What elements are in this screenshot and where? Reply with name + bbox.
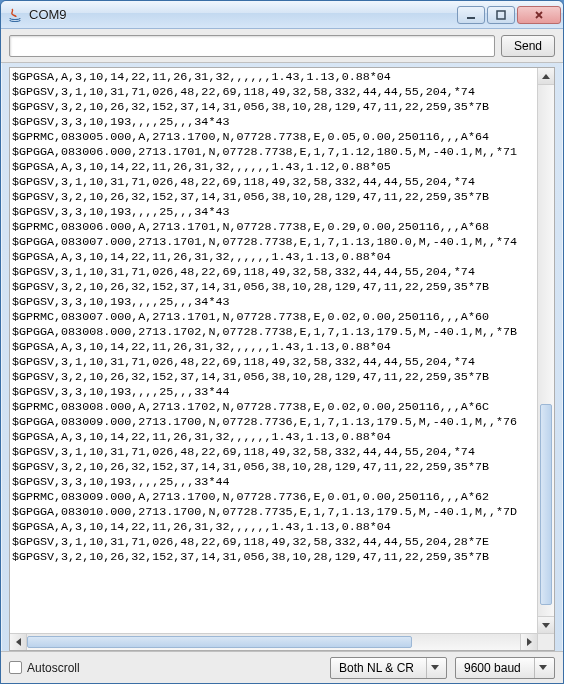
send-toolbar: Send [1, 29, 563, 63]
window-title: COM9 [29, 7, 457, 22]
terminal-line: $GPGSV,3,1,10,31,71,026,48,22,69,118,49,… [12, 445, 554, 460]
terminal-line: $GPGGA,083009.000,2713.1700,N,07728.7736… [12, 415, 554, 430]
svg-rect-1 [497, 11, 505, 19]
hscroll-thumb[interactable] [27, 636, 412, 648]
scroll-down-icon[interactable] [538, 616, 554, 633]
terminal-line: $GPGSV,3,2,10,26,32,152,37,14,31,056,38,… [12, 460, 554, 475]
scroll-right-icon[interactable] [520, 634, 537, 650]
terminal-line: $GPGSV,3,2,10,26,32,152,37,14,31,056,38,… [12, 550, 554, 565]
maximize-button[interactable] [487, 6, 515, 24]
java-icon [7, 7, 23, 23]
send-button[interactable]: Send [501, 35, 555, 57]
terminal-line: $GPGSV,3,2,10,26,32,152,37,14,31,056,38,… [12, 190, 554, 205]
terminal-line: $GPGSV,3,2,10,26,32,152,37,14,31,056,38,… [12, 280, 554, 295]
terminal-line: $GPGSV,3,1,10,31,71,026,48,22,69,118,49,… [12, 85, 554, 100]
terminal-area: $GPGSA,A,3,10,14,22,11,26,31,32,,,,,,1.4… [9, 67, 555, 651]
terminal-line: $GPRMC,083007.000,A,2713.1701,N,07728.77… [12, 310, 554, 325]
terminal-line: $GPGSV,3,3,10,193,,,,25,,,34*43 [12, 205, 554, 220]
chevron-down-icon [426, 658, 442, 678]
baud-value: 9600 baud [464, 661, 521, 675]
scroll-up-icon[interactable] [538, 68, 554, 85]
terminal-line: $GPGSV,3,2,10,26,32,152,37,14,31,056,38,… [12, 370, 554, 385]
terminal-line: $GPGSA,A,3,10,14,22,11,26,31,32,,,,,,1.4… [12, 160, 554, 175]
terminal-line: $GPGSV,3,3,10,193,,,,25,,,33*44 [12, 475, 554, 490]
serial-monitor-window: COM9 Send $GPGSA,A,3,10,14,22,11,26,31,3… [0, 0, 564, 684]
terminal-line: $GPGGA,083010.000,2713.1700,N,07728.7735… [12, 505, 554, 520]
terminal-line: $GPGSV,3,3,10,193,,,,25,,,34*43 [12, 295, 554, 310]
terminal-line: $GPGGA,083007.000,2713.1701,N,07728.7738… [12, 235, 554, 250]
checkbox-icon [9, 661, 22, 674]
line-ending-value: Both NL & CR [339, 661, 414, 675]
autoscroll-checkbox[interactable]: Autoscroll [9, 661, 80, 675]
line-ending-dropdown[interactable]: Both NL & CR [330, 657, 447, 679]
scroll-left-icon[interactable] [10, 634, 27, 650]
titlebar[interactable]: COM9 [1, 1, 563, 29]
terminal-line: $GPGGA,083006.000,2713.1701,N,07728.7738… [12, 145, 554, 160]
terminal-line: $GPRMC,083008.000,A,2713.1702,N,07728.77… [12, 400, 554, 415]
svg-rect-0 [467, 17, 475, 19]
terminal-line: $GPGSA,A,3,10,14,22,11,26,31,32,,,,,,1.4… [12, 70, 554, 85]
terminal-line: $GPGSV,3,2,10,26,32,152,37,14,31,056,38,… [12, 100, 554, 115]
terminal-line: $GPGSA,A,3,10,14,22,11,26,31,32,,,,,,1.4… [12, 340, 554, 355]
terminal-line: $GPGSV,3,3,10,193,,,,25,,,33*44 [12, 385, 554, 400]
minimize-button[interactable] [457, 6, 485, 24]
send-input[interactable] [9, 35, 495, 57]
terminal-line: $GPGSV,3,1,10,31,71,026,48,22,69,118,49,… [12, 355, 554, 370]
close-button[interactable] [517, 6, 561, 24]
horizontal-scrollbar[interactable] [10, 633, 537, 650]
vscroll-thumb[interactable] [540, 404, 552, 606]
terminal-line: $GPGSV,3,1,10,31,71,026,48,22,69,118,49,… [12, 265, 554, 280]
terminal-line: $GPGSA,A,3,10,14,22,11,26,31,32,,,,,,1.4… [12, 520, 554, 535]
terminal-line: $GPGSV,3,1,10,31,71,026,48,22,69,118,49,… [12, 535, 554, 550]
statusbar: Autoscroll Both NL & CR 9600 baud [1, 651, 563, 683]
terminal-line: $GPGSA,A,3,10,14,22,11,26,31,32,,,,,,1.4… [12, 430, 554, 445]
vertical-scrollbar[interactable] [537, 68, 554, 633]
terminal-line: $GPRMC,083009.000,A,2713.1700,N,07728.77… [12, 490, 554, 505]
terminal-line: $GPGSV,3,3,10,193,,,,25,,,34*43 [12, 115, 554, 130]
chevron-down-icon [534, 658, 550, 678]
scrollbar-corner [537, 633, 554, 650]
terminal-line: $GPGSA,A,3,10,14,22,11,26,31,32,,,,,,1.4… [12, 250, 554, 265]
terminal-line: $GPRMC,083005.000,A,2713.1700,N,07728.77… [12, 130, 554, 145]
vscroll-track[interactable] [538, 85, 554, 616]
terminal-line: $GPGSV,3,1,10,31,71,026,48,22,69,118,49,… [12, 175, 554, 190]
autoscroll-label: Autoscroll [27, 661, 80, 675]
terminal-line: $GPRMC,083006.000,A,2713.1701,N,07728.77… [12, 220, 554, 235]
hscroll-track[interactable] [27, 634, 520, 650]
baud-dropdown[interactable]: 9600 baud [455, 657, 555, 679]
terminal-output[interactable]: $GPGSA,A,3,10,14,22,11,26,31,32,,,,,,1.4… [10, 68, 554, 633]
terminal-line: $GPGGA,083008.000,2713.1702,N,07728.7738… [12, 325, 554, 340]
